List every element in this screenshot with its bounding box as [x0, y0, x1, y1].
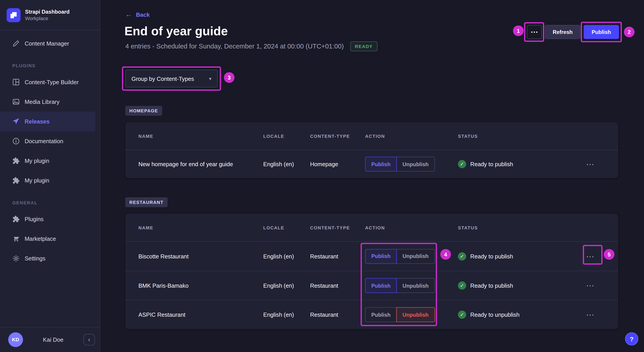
workspace-title: Strapi Dashboard — [25, 8, 70, 15]
strapi-logo-icon — [6, 8, 20, 22]
release-more-button[interactable]: ⋯ — [527, 25, 542, 39]
sidebar-item-settings[interactable]: Settings — [0, 249, 100, 268]
check-circle-icon: ✓ — [458, 160, 466, 168]
column-header-content-type: CONTENT-TYPE — [310, 134, 365, 139]
sidebar-item-label: Media Library — [24, 99, 60, 105]
sidebar-item-label: Releases — [24, 118, 50, 125]
sidebar-item-media-library[interactable]: Media Library — [0, 92, 100, 111]
help-button[interactable]: ? — [625, 332, 638, 346]
image-icon — [12, 98, 20, 105]
workspace-switcher[interactable]: Strapi Dashboard Workplace — [0, 0, 100, 30]
refresh-button[interactable]: Refresh — [545, 25, 580, 39]
sidebar-item-content-type-builder[interactable]: Content-Type Builder — [0, 72, 100, 92]
column-header-locale: LOCALE — [263, 225, 310, 230]
publish-entry-button[interactable]: Publish — [365, 307, 397, 322]
sidebar-item-label: Settings — [24, 255, 46, 262]
entry-name: New homepage for end of year guide — [138, 161, 263, 167]
unpublish-entry-button[interactable]: Unpublish — [396, 307, 435, 322]
status-text: Ready to unpublish — [470, 311, 520, 318]
sidebar-item-label: My plugin — [24, 158, 49, 164]
entry-menu: ⋯ — [575, 250, 605, 262]
check-circle-icon: ✓ — [458, 311, 466, 319]
sidebar-item-label: Marketplace — [24, 235, 56, 242]
table-header: NAME LOCALE CONTENT-TYPE ACTION STATUS — [125, 122, 618, 150]
entry-content-type: Restaurant — [310, 282, 365, 289]
sidebar-item-label: Content Manager — [24, 40, 69, 47]
collapse-sidebar-button[interactable]: ‹ — [84, 334, 95, 345]
gear-icon — [12, 255, 20, 262]
entry-action-toggle: Publish Unpublish — [365, 307, 458, 322]
annotation-marker-1: 1 — [513, 25, 524, 36]
row-menu-button[interactable]: ⋯ — [584, 158, 596, 170]
entry-status: ✓ Ready to publish — [458, 252, 575, 260]
puzzle-icon — [12, 157, 20, 164]
entry-locale: English (en) — [263, 282, 310, 289]
sidebar-item-label: Plugins — [24, 216, 44, 222]
row-menu-button[interactable]: ⋯ — [584, 250, 596, 262]
sidebar-item-documentation[interactable]: Documentation — [0, 131, 100, 151]
sidebar-item-my-plugin-2[interactable]: My plugin — [0, 171, 100, 190]
more-icon: ⋯ — [586, 252, 594, 261]
release-meta: 4 entries - Scheduled for Sunday, Decemb… — [125, 41, 377, 52]
publish-release-button[interactable]: Publish — [584, 25, 619, 39]
column-header-action: ACTION — [365, 225, 458, 230]
app-root: Strapi Dashboard Workplace Content Manag… — [0, 0, 644, 352]
row-menu-button[interactable]: ⋯ — [584, 309, 596, 320]
more-icon: ⋯ — [586, 310, 594, 319]
user-name: Kai Doe — [23, 336, 84, 343]
paper-plane-icon — [12, 118, 20, 125]
entry-status: ✓ Ready to publish — [458, 281, 575, 290]
annotation-marker-3: 3 — [224, 72, 234, 83]
more-icon: ⋯ — [531, 27, 538, 36]
row-menu-button[interactable]: ⋯ — [584, 280, 596, 291]
entry-locale: English (en) — [263, 161, 310, 167]
page-title: End of year guide — [124, 23, 228, 39]
unpublish-entry-button[interactable]: Unpublish — [396, 249, 435, 264]
back-link[interactable]: ← Back — [125, 11, 150, 18]
unpublish-entry-button[interactable]: Unpublish — [396, 278, 435, 293]
release-group-homepage: NAME LOCALE CONTENT-TYPE ACTION STATUS N… — [125, 122, 618, 178]
status-text: Ready to publish — [470, 253, 513, 259]
status-text: Ready to publish — [470, 282, 513, 289]
puzzle-icon — [12, 177, 20, 184]
sidebar: Strapi Dashboard Workplace Content Manag… — [0, 0, 100, 352]
info-icon — [12, 137, 20, 145]
puzzle-icon — [12, 215, 20, 223]
entry-name: BMK Paris-Bamako — [138, 282, 263, 289]
chevron-left-icon: ‹ — [88, 336, 90, 343]
sidebar-item-my-plugin-1[interactable]: My plugin — [0, 151, 100, 171]
sidebar-item-label: Documentation — [24, 138, 63, 144]
sidebar-item-label: Content-Type Builder — [24, 79, 79, 85]
unpublish-entry-button[interactable]: Unpublish — [396, 157, 435, 172]
back-arrow-icon: ← — [125, 11, 132, 18]
entry-locale: English (en) — [263, 311, 310, 318]
table-row: BMK Paris-Bamako English (en) Restaurant… — [125, 271, 618, 300]
annotation-marker-2: 2 — [624, 26, 634, 37]
entry-menu: ⋯ — [575, 280, 605, 291]
column-header-action: ACTION — [365, 134, 458, 139]
group-by-select[interactable]: Group by Content-Types ▾ — [125, 70, 218, 87]
column-header-status: STATUS — [458, 225, 575, 230]
table-row: Biscotte Restaurant English (en) Restaur… — [125, 242, 618, 271]
column-header-locale: LOCALE — [263, 134, 310, 139]
sidebar-item-label: My plugin — [24, 177, 49, 183]
question-mark-icon: ? — [630, 336, 634, 343]
group-by-value: Group by Content-Types — [132, 75, 209, 82]
avatar[interactable]: KD — [8, 332, 23, 347]
layout-icon — [12, 78, 20, 86]
sidebar-item-marketplace[interactable]: Marketplace — [0, 229, 100, 249]
column-header-name: NAME — [138, 134, 263, 139]
publish-entry-button[interactable]: Publish — [365, 157, 397, 172]
entry-content-type: Restaurant — [310, 253, 365, 259]
sidebar-nav: Content Manager PLUGINS Content-Type Bui… — [0, 30, 100, 268]
entry-content-type: Homepage — [310, 161, 365, 167]
chevron-down-icon: ▾ — [209, 76, 212, 82]
publish-entry-button[interactable]: Publish — [365, 278, 397, 293]
more-icon: ⋯ — [586, 281, 594, 290]
sidebar-item-releases[interactable]: Releases — [0, 112, 95, 131]
pencil-icon — [12, 40, 20, 47]
publish-entry-button[interactable]: Publish — [365, 249, 397, 264]
sidebar-item-content-manager[interactable]: Content Manager — [0, 34, 100, 53]
sidebar-item-plugins[interactable]: Plugins — [0, 209, 100, 229]
column-header-status: STATUS — [458, 134, 575, 139]
